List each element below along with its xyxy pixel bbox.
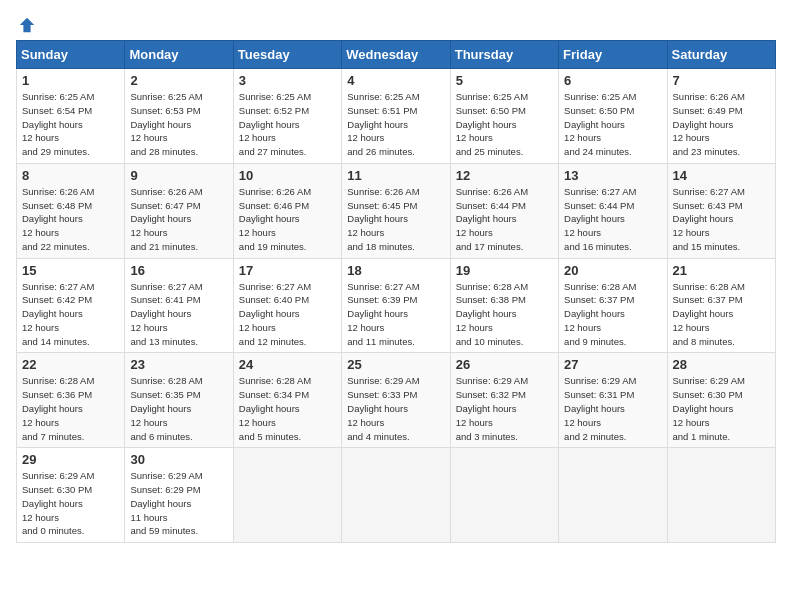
sunset-label: Sunset: xyxy=(239,294,271,305)
calendar-cell xyxy=(450,448,558,543)
day-info: Sunrise: 6:26 AM Sunset: 6:49 PM Dayligh… xyxy=(673,90,770,159)
calendar-week-row: 29 Sunrise: 6:29 AM Sunset: 6:30 PM Dayl… xyxy=(17,448,776,543)
sunset-label: Sunset: xyxy=(673,105,705,116)
weekday-header-tuesday: Tuesday xyxy=(233,41,341,69)
daylight-label: Daylight hours xyxy=(130,119,191,130)
calendar-cell: 7 Sunrise: 6:26 AM Sunset: 6:49 PM Dayli… xyxy=(667,69,775,164)
day-number: 18 xyxy=(347,263,444,278)
day-info: Sunrise: 6:26 AM Sunset: 6:46 PM Dayligh… xyxy=(239,185,336,254)
sunset-label: Sunset: xyxy=(239,389,271,400)
daylight-label: Daylight hours xyxy=(130,498,191,509)
sunrise-label: Sunrise: xyxy=(22,186,57,197)
daylight-label: Daylight hours xyxy=(673,119,734,130)
day-number: 16 xyxy=(130,263,227,278)
sunset-label: Sunset: xyxy=(22,294,54,305)
day-info: Sunrise: 6:29 AM Sunset: 6:29 PM Dayligh… xyxy=(130,469,227,538)
day-info: Sunrise: 6:25 AM Sunset: 6:50 PM Dayligh… xyxy=(456,90,553,159)
daylight-label: Daylight hours xyxy=(673,403,734,414)
sunrise-label: Sunrise: xyxy=(130,186,165,197)
sunrise-label: Sunrise: xyxy=(456,186,491,197)
sunrise-label: Sunrise: xyxy=(22,470,57,481)
calendar-cell: 11 Sunrise: 6:26 AM Sunset: 6:45 PM Dayl… xyxy=(342,163,450,258)
calendar-week-row: 15 Sunrise: 6:27 AM Sunset: 6:42 PM Dayl… xyxy=(17,258,776,353)
day-number: 4 xyxy=(347,73,444,88)
day-number: 26 xyxy=(456,357,553,372)
calendar-cell: 14 Sunrise: 6:27 AM Sunset: 6:43 PM Dayl… xyxy=(667,163,775,258)
daylight-label: Daylight hours xyxy=(347,403,408,414)
day-number: 9 xyxy=(130,168,227,183)
sunrise-label: Sunrise: xyxy=(239,91,274,102)
calendar-cell: 23 Sunrise: 6:28 AM Sunset: 6:35 PM Dayl… xyxy=(125,353,233,448)
daylight-label: Daylight hours xyxy=(456,403,517,414)
sunrise-label: Sunrise: xyxy=(130,281,165,292)
sunrise-label: Sunrise: xyxy=(673,375,708,386)
day-number: 30 xyxy=(130,452,227,467)
calendar-cell: 2 Sunrise: 6:25 AM Sunset: 6:53 PM Dayli… xyxy=(125,69,233,164)
sunset-label: Sunset: xyxy=(22,200,54,211)
day-info: Sunrise: 6:28 AM Sunset: 6:35 PM Dayligh… xyxy=(130,374,227,443)
daylight-label: Daylight hours xyxy=(673,308,734,319)
sunset-label: Sunset: xyxy=(347,105,379,116)
sunset-label: Sunset: xyxy=(130,294,162,305)
calendar-cell: 3 Sunrise: 6:25 AM Sunset: 6:52 PM Dayli… xyxy=(233,69,341,164)
sunset-label: Sunset: xyxy=(564,200,596,211)
sunrise-label: Sunrise: xyxy=(130,375,165,386)
calendar-cell: 1 Sunrise: 6:25 AM Sunset: 6:54 PM Dayli… xyxy=(17,69,125,164)
day-info: Sunrise: 6:27 AM Sunset: 6:40 PM Dayligh… xyxy=(239,280,336,349)
day-number: 25 xyxy=(347,357,444,372)
day-info: Sunrise: 6:26 AM Sunset: 6:47 PM Dayligh… xyxy=(130,185,227,254)
daylight-label: Daylight hours xyxy=(239,308,300,319)
sunset-label: Sunset: xyxy=(22,484,54,495)
weekday-header-friday: Friday xyxy=(559,41,667,69)
daylight-label: Daylight hours xyxy=(564,119,625,130)
daylight-label: Daylight hours xyxy=(564,308,625,319)
daylight-label: Daylight hours xyxy=(347,119,408,130)
daylight-label: Daylight hours xyxy=(456,213,517,224)
sunset-label: Sunset: xyxy=(130,105,162,116)
sunrise-label: Sunrise: xyxy=(130,470,165,481)
day-number: 13 xyxy=(564,168,661,183)
day-number: 6 xyxy=(564,73,661,88)
day-info: Sunrise: 6:28 AM Sunset: 6:34 PM Dayligh… xyxy=(239,374,336,443)
calendar-cell: 9 Sunrise: 6:26 AM Sunset: 6:47 PM Dayli… xyxy=(125,163,233,258)
day-number: 28 xyxy=(673,357,770,372)
daylight-label: Daylight hours xyxy=(130,308,191,319)
calendar-cell: 8 Sunrise: 6:26 AM Sunset: 6:48 PM Dayli… xyxy=(17,163,125,258)
sunrise-label: Sunrise: xyxy=(456,375,491,386)
page-header xyxy=(16,16,776,34)
calendar-cell xyxy=(559,448,667,543)
day-info: Sunrise: 6:28 AM Sunset: 6:37 PM Dayligh… xyxy=(564,280,661,349)
sunrise-label: Sunrise: xyxy=(347,375,382,386)
weekday-header-sunday: Sunday xyxy=(17,41,125,69)
sunset-label: Sunset: xyxy=(130,484,162,495)
day-info: Sunrise: 6:25 AM Sunset: 6:52 PM Dayligh… xyxy=(239,90,336,159)
day-number: 21 xyxy=(673,263,770,278)
calendar-cell: 24 Sunrise: 6:28 AM Sunset: 6:34 PM Dayl… xyxy=(233,353,341,448)
day-info: Sunrise: 6:28 AM Sunset: 6:38 PM Dayligh… xyxy=(456,280,553,349)
day-number: 22 xyxy=(22,357,119,372)
calendar-cell: 12 Sunrise: 6:26 AM Sunset: 6:44 PM Dayl… xyxy=(450,163,558,258)
daylight-label: Daylight hours xyxy=(456,119,517,130)
sunrise-label: Sunrise: xyxy=(22,91,57,102)
day-number: 15 xyxy=(22,263,119,278)
day-info: Sunrise: 6:29 AM Sunset: 6:31 PM Dayligh… xyxy=(564,374,661,443)
calendar-week-row: 8 Sunrise: 6:26 AM Sunset: 6:48 PM Dayli… xyxy=(17,163,776,258)
calendar-cell xyxy=(342,448,450,543)
day-info: Sunrise: 6:27 AM Sunset: 6:39 PM Dayligh… xyxy=(347,280,444,349)
sunrise-label: Sunrise: xyxy=(347,91,382,102)
sunrise-label: Sunrise: xyxy=(347,281,382,292)
day-number: 24 xyxy=(239,357,336,372)
svg-marker-0 xyxy=(20,18,34,32)
daylight-label: Daylight hours xyxy=(22,119,83,130)
day-info: Sunrise: 6:26 AM Sunset: 6:48 PM Dayligh… xyxy=(22,185,119,254)
day-number: 19 xyxy=(456,263,553,278)
sunset-label: Sunset: xyxy=(347,294,379,305)
day-number: 8 xyxy=(22,168,119,183)
day-number: 10 xyxy=(239,168,336,183)
sunset-label: Sunset: xyxy=(456,389,488,400)
weekday-header-thursday: Thursday xyxy=(450,41,558,69)
sunrise-label: Sunrise: xyxy=(564,375,599,386)
day-info: Sunrise: 6:29 AM Sunset: 6:32 PM Dayligh… xyxy=(456,374,553,443)
calendar-cell: 10 Sunrise: 6:26 AM Sunset: 6:46 PM Dayl… xyxy=(233,163,341,258)
sunset-label: Sunset: xyxy=(130,389,162,400)
